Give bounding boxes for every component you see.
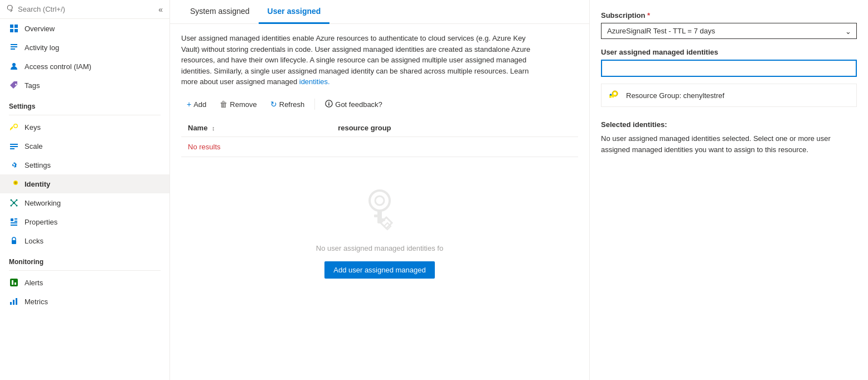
empty-state-icon [352,179,408,235]
empty-state-text: No user assigned managed identities fo [316,244,443,252]
sidebar-item-label: Tags [25,81,40,90]
sidebar-nav: Overview Activity log Access control (IA… [0,19,169,380]
tab-system-assigned[interactable]: System assigned [181,0,259,24]
locks-icon [9,236,19,246]
search-input[interactable] [18,5,155,13]
svg-point-34 [328,101,329,103]
selected-empty-text: No user assigned managed identities sele… [601,133,857,155]
sidebar-item-access-control[interactable]: Access control (IAM) [0,57,169,76]
sidebar-item-label: Identity [25,180,50,188]
description-text: User assigned managed identities enable … [181,33,544,87]
add-icon: + [187,100,191,109]
overview-icon [9,23,19,33]
networking-icon [9,198,19,208]
refresh-button[interactable]: ↻ Refresh [265,96,311,112]
tab-user-assigned[interactable]: User assigned [259,0,330,24]
alerts-icon [9,277,19,288]
selected-section-title: Selected identities: [601,120,857,129]
remove-button[interactable]: 🗑 Remove [214,96,262,112]
refresh-icon: ↻ [270,100,277,109]
identities-link[interactable]: identities. [299,77,330,86]
refresh-label: Refresh [279,100,305,109]
svg-rect-30 [10,302,12,305]
sidebar-item-locks[interactable]: Locks [0,231,169,250]
sidebar-item-label: Locks [25,237,43,245]
right-panel: Subscription * AzureSignalR Test - TTL =… [589,0,868,380]
sidebar-item-properties[interactable]: Properties [0,212,169,231]
sidebar-item-identity[interactable]: Identity [0,174,169,193]
sidebar-item-label: Overview [25,25,55,33]
no-results-row: No results [181,137,578,157]
svg-rect-23 [14,221,17,222]
svg-rect-40 [374,215,379,217]
svg-rect-3 [14,29,18,32]
svg-line-20 [14,203,16,205]
sidebar-item-label: Access control (IAM) [25,62,91,71]
sidebar-item-tags[interactable]: Tags [0,76,169,95]
feedback-label: Got feedback? [335,100,382,109]
subscription-select[interactable]: AzureSignalR Test - TTL = 7 days [601,23,857,39]
properties-icon [9,217,19,227]
svg-rect-10 [10,148,14,149]
activity-log-icon [9,42,19,52]
svg-point-44 [614,92,617,95]
svg-rect-27 [10,279,18,286]
identity-item[interactable]: Resource Group: chenyltestref [602,84,856,106]
svg-rect-0 [10,25,13,28]
add-user-assigned-button[interactable]: Add user assigned managed [324,261,435,279]
svg-rect-1 [14,25,18,28]
identity-icon [9,179,19,189]
identities-search-label: User assigned managed identities [601,48,857,56]
svg-point-7 [12,63,16,66]
monitoring-divider [9,270,161,271]
sidebar-item-label: Keys [25,123,41,131]
sidebar-item-alerts[interactable]: Alerts [0,273,169,292]
keys-icon [9,122,19,132]
sidebar-item-overview[interactable]: Overview [0,19,169,38]
scale-icon [9,141,19,151]
svg-rect-9 [10,144,18,145]
svg-rect-31 [13,300,14,305]
svg-rect-47 [612,96,614,98]
sort-icon: ↕ [212,125,215,131]
sidebar-item-scale[interactable]: Scale [0,137,169,155]
sidebar-item-keys[interactable]: Keys [0,118,169,137]
sidebar-item-settings[interactable]: Settings [0,155,169,174]
col-name[interactable]: Name ↕ [181,119,331,137]
person-icon [9,61,19,71]
gear-icon [9,160,19,170]
svg-rect-35 [328,103,329,105]
sidebar-item-label: Networking [25,199,61,207]
tag-icon [9,80,19,90]
sidebar-item-label: Alerts [25,279,43,287]
data-table: Name ↕ resource group No results [181,119,578,157]
svg-rect-4 [11,44,17,45]
sidebar: « Overview Activity log Access control (… [0,0,170,380]
identity-list: Resource Group: chenyltestref [601,84,857,107]
content-area: User assigned managed identities enable … [170,24,589,380]
svg-rect-22 [14,218,17,220]
svg-rect-25 [11,225,17,226]
required-asterisk: * [647,11,650,20]
svg-point-37 [375,196,384,205]
collapse-button[interactable]: « [158,5,163,14]
feedback-button[interactable]: Got feedback? [319,96,388,113]
svg-rect-6 [11,48,15,50]
sidebar-item-label: Activity log [25,43,59,52]
no-results-text: No results [181,137,578,157]
search-icon [7,4,14,14]
settings-section-header: Settings [0,95,169,113]
monitoring-section-header: Monitoring [0,250,169,268]
sidebar-item-metrics[interactable]: Metrics [0,292,169,311]
settings-divider [9,115,161,115]
svg-point-36 [370,191,390,211]
svg-point-11 [14,182,17,184]
col-resource-group[interactable]: resource group [331,119,578,137]
sidebar-item-networking[interactable]: Networking [0,193,169,212]
add-button[interactable]: + Add [181,96,212,112]
svg-line-18 [14,201,16,202]
identities-search-input[interactable] [601,60,857,77]
identity-item-label: Resource Group: chenyltestref [626,91,724,100]
sidebar-item-activity-log[interactable]: Activity log [0,38,169,57]
svg-rect-29 [14,282,16,285]
